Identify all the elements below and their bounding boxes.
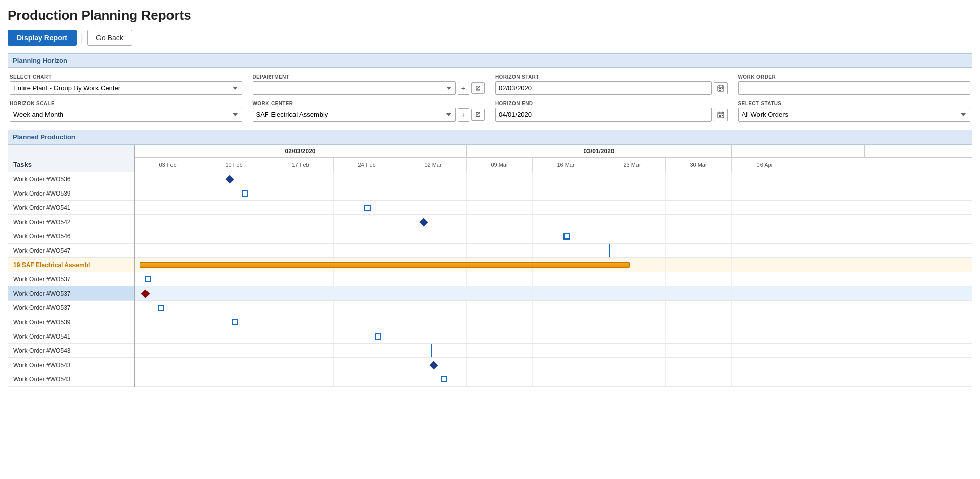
horizon-start-label: HORIZON START xyxy=(495,74,728,80)
vline-marker xyxy=(609,244,610,257)
gantt-tasks-panel: Tasks Work Order #WO536 Work Order #WO53… xyxy=(8,145,135,387)
task-group-row[interactable]: 19 SAF Electrical Assembl xyxy=(8,258,134,272)
horizon-dates-group: HORIZON START HORIZON END xyxy=(495,74,728,122)
square-marker xyxy=(375,333,381,340)
diamond-marker xyxy=(141,289,150,298)
gantt-month-cell: 02/03/2020 xyxy=(135,145,467,157)
square-marker xyxy=(232,319,238,325)
filters-grid: SELECT CHART Entire Plant - Group By Wor… xyxy=(8,74,972,122)
gantt-week-cell: 06 Apr xyxy=(732,158,798,172)
svg-rect-3 xyxy=(722,88,723,89)
task-row[interactable]: Work Order #WO537 xyxy=(8,301,134,315)
task-row[interactable]: Work Order #WO547 xyxy=(8,244,134,258)
gantt-week-cell: 02 Mar xyxy=(400,158,467,172)
square-marker xyxy=(145,276,151,282)
planned-production-header: Planned Production xyxy=(8,130,972,145)
toolbar-separator: | xyxy=(81,32,83,44)
tasks-header: Tasks xyxy=(8,145,134,172)
gantt-data-row xyxy=(135,301,972,315)
task-row[interactable]: Work Order #WO541 xyxy=(8,201,134,215)
gantt-bar xyxy=(140,262,630,268)
svg-rect-4 xyxy=(719,90,720,91)
select-chart-select[interactable]: Entire Plant - Group By Work Center Enti… xyxy=(10,81,242,95)
work-order-label: WORK ORDER xyxy=(738,74,971,80)
gantt-week-cell: 23 Mar xyxy=(599,158,666,172)
gantt-week-cell: 09 Mar xyxy=(467,158,533,172)
svg-rect-11 xyxy=(720,116,721,117)
svg-rect-1 xyxy=(719,88,720,89)
gantt-data-row xyxy=(135,344,972,358)
svg-rect-9 xyxy=(722,115,723,116)
select-status-label: SELECT STATUS xyxy=(738,101,971,106)
svg-rect-2 xyxy=(720,88,721,89)
department-link-button[interactable] xyxy=(471,82,485,94)
work-order-input[interactable] xyxy=(738,81,971,95)
gantt-data-row xyxy=(135,172,972,186)
gantt-month-cell: 03/01/2020 xyxy=(467,145,732,157)
gantt-week-row: 03 Feb 10 Feb 17 Feb 24 Feb 02 Mar 09 Ma… xyxy=(135,158,972,172)
gantt-week-cell: 16 Mar xyxy=(533,158,599,172)
task-row[interactable]: Work Order #WO542 xyxy=(8,215,134,229)
horizon-end-input[interactable] xyxy=(495,108,712,122)
task-row[interactable]: Work Order #WO539 xyxy=(8,315,134,329)
gantt-data-row xyxy=(135,329,972,344)
square-marker xyxy=(441,376,447,382)
diamond-marker xyxy=(226,175,234,183)
gantt-data-row xyxy=(135,186,972,201)
go-back-button[interactable]: Go Back xyxy=(87,30,132,46)
svg-rect-5 xyxy=(720,90,721,91)
page-title: Production Planning Reports xyxy=(8,8,972,23)
vline-marker xyxy=(431,344,432,357)
task-row[interactable]: Work Order #WO539 xyxy=(8,186,134,201)
task-row[interactable]: Work Order #WO543 xyxy=(8,372,134,387)
gantt-data-row xyxy=(135,358,972,372)
work-center-select[interactable]: SAF Electrical Assembly All Work Centers xyxy=(253,108,456,122)
gantt-body xyxy=(135,172,972,387)
work-center-label: WORK CENTER xyxy=(253,101,485,106)
square-marker xyxy=(364,205,371,211)
gantt-data-row xyxy=(135,272,972,286)
square-marker xyxy=(564,233,570,240)
svg-rect-10 xyxy=(719,116,720,117)
gantt-week-cell: 03 Feb xyxy=(135,158,201,172)
gantt-chart-area: 02/03/2020 03/01/2020 03 Feb 10 Feb 17 F… xyxy=(135,145,972,387)
gantt-week-cell: 30 Mar xyxy=(666,158,732,172)
horizon-scale-select[interactable]: Week and Month Day and Week Month and Qu… xyxy=(10,108,242,122)
horizon-start-calendar-button[interactable] xyxy=(714,82,728,94)
horizon-end-label: HORIZON END xyxy=(495,101,728,106)
task-row[interactable]: Work Order #WO536 xyxy=(8,172,134,186)
gantt-month-row: 02/03/2020 03/01/2020 xyxy=(135,145,972,158)
work-center-link-button[interactable] xyxy=(471,109,485,121)
horizon-end-calendar-button[interactable] xyxy=(714,109,728,121)
diamond-marker xyxy=(430,361,438,369)
gantt-selected-row xyxy=(135,286,972,301)
toolbar: Display Report | Go Back xyxy=(8,30,972,46)
gantt-data-row xyxy=(135,201,972,215)
square-marker xyxy=(242,190,248,197)
select-chart-label: SELECT CHART xyxy=(10,74,242,80)
department-select[interactable] xyxy=(253,81,456,95)
gantt-week-cell: 24 Feb xyxy=(334,158,400,172)
gantt-week-cell: 10 Feb xyxy=(201,158,267,172)
task-row[interactable]: Work Order #WO543 xyxy=(8,358,134,372)
select-status-select[interactable]: All Work Orders Open Closed Released xyxy=(738,108,971,122)
task-row[interactable]: Work Order #WO541 xyxy=(8,329,134,344)
gantt-month-cell xyxy=(732,145,865,157)
task-row[interactable]: Work Order #WO546 xyxy=(8,229,134,244)
work-order-group: WORK ORDER SELECT STATUS All Work Orders… xyxy=(738,74,971,122)
gantt-group-row xyxy=(135,258,972,272)
gantt-data-row xyxy=(135,215,972,229)
select-chart-group: SELECT CHART Entire Plant - Group By Wor… xyxy=(10,74,242,122)
task-row-selected[interactable]: Work Order #WO537 xyxy=(8,286,134,301)
task-row[interactable]: Work Order #WO543 xyxy=(8,344,134,358)
gantt-data-row xyxy=(135,372,972,387)
department-add-button[interactable]: + xyxy=(458,82,469,95)
square-marker xyxy=(158,305,164,311)
work-center-add-button[interactable]: + xyxy=(458,108,469,122)
horizon-start-input[interactable] xyxy=(495,81,712,95)
gantt-container: Tasks Work Order #WO536 Work Order #WO53… xyxy=(8,145,972,387)
task-row[interactable]: Work Order #WO537 xyxy=(8,272,134,286)
diamond-marker xyxy=(420,218,428,226)
display-report-button[interactable]: Display Report xyxy=(8,30,77,46)
planning-horizon-header: Planning Horizon xyxy=(8,53,972,68)
